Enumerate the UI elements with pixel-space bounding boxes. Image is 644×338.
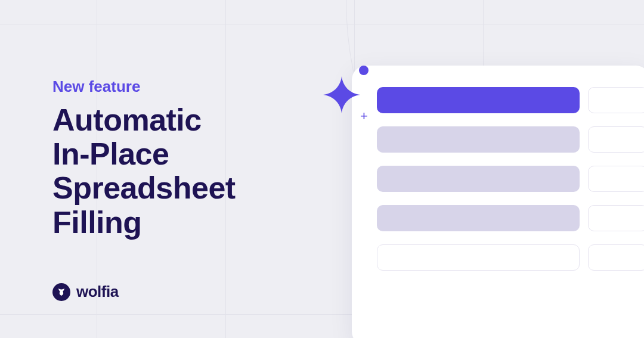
eyebrow-label: New feature — [52, 77, 236, 96]
headline-line: Automatic — [52, 103, 236, 137]
spreadsheet-cell — [588, 205, 644, 231]
brand-lockup: wolfia — [52, 283, 119, 301]
spreadsheet-cell — [588, 244, 644, 271]
headline-line: In-Place — [52, 137, 236, 171]
spreadsheet-row — [377, 244, 644, 271]
sparkle-plus-icon: + — [360, 108, 368, 124]
spreadsheet-cell — [588, 126, 644, 153]
spreadsheet-row — [377, 87, 644, 113]
spreadsheet-cell-filled — [377, 205, 580, 231]
spreadsheet-cell-filled — [377, 126, 580, 153]
sparkle-star-icon — [323, 76, 360, 113]
brand-name: wolfia — [76, 283, 119, 301]
spreadsheet-row — [377, 205, 644, 231]
spreadsheet-cell — [588, 166, 644, 192]
headline: Automatic In-Place Spreadsheet Filling — [52, 103, 236, 240]
headline-block: New feature Automatic In-Place Spreadshe… — [52, 77, 236, 240]
spreadsheet-illustration — [352, 66, 644, 338]
wolfia-logo-icon — [52, 283, 70, 301]
headline-line: Spreadsheet — [52, 171, 236, 205]
spreadsheet-cell-active — [377, 87, 580, 113]
spreadsheet-cell — [588, 87, 644, 113]
sparkle-dot-icon — [359, 66, 369, 75]
spreadsheet-row — [377, 126, 644, 153]
spreadsheet-cell-filled — [377, 166, 580, 192]
headline-line: Filling — [52, 206, 236, 240]
sparkle-icon: + — [323, 66, 377, 131]
spreadsheet-cell — [377, 244, 580, 271]
spreadsheet-row — [377, 166, 644, 192]
